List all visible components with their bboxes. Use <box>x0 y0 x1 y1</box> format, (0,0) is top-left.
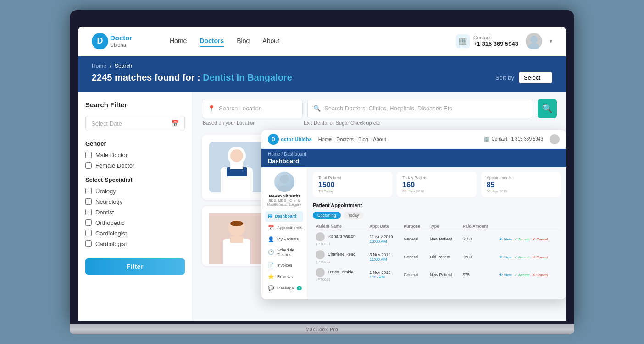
location-search[interactable]: 📍 Search Location <box>202 99 303 118</box>
col-actions <box>496 223 561 230</box>
user-avatar[interactable] <box>526 33 542 49</box>
female-checkbox[interactable] <box>85 162 92 169</box>
logo-text: Doctor <box>110 34 132 42</box>
stat-total-patient: Total Patient 1500 Till Today <box>313 172 392 197</box>
popup-menu-message[interactable]: 💬 Message 7 <box>265 283 303 294</box>
search-results-area: 📍 Search Location 🔍 Search Doctors, Clin… <box>193 92 566 321</box>
sort-select[interactable]: Select <box>519 72 552 83</box>
accept-btn-2[interactable]: ✓ Accept <box>514 255 529 259</box>
popup-nav-doctors[interactable]: Doctors <box>336 137 354 142</box>
main-search[interactable]: 🔍 Search Doctors, Clinics, Hospitals, Di… <box>307 99 533 118</box>
main-content: Search Filter Select Date 📅 Gender Male … <box>78 92 566 321</box>
popup-doc-quals: BDS, MDS - Oral & Maxillofacial Surgery <box>265 198 303 207</box>
popup-menu-invoices[interactable]: 📄 Invoices <box>265 260 303 271</box>
popup-nav-about[interactable]: About <box>373 137 386 142</box>
appointments-table: Patient Name Appt Date Purpose Type Paid… <box>313 223 561 284</box>
filter-button[interactable]: Filter <box>85 258 185 275</box>
reviews-menu-icon: ⭐ <box>268 274 274 280</box>
appointments-sub: 06, Apr 2019 <box>487 189 555 193</box>
patients-menu-label: My Patients <box>277 237 299 241</box>
nav-home[interactable]: Home <box>170 35 187 47</box>
invoices-menu-label: Invoices <box>277 263 292 268</box>
popup-menu-appointments[interactable]: 📅 Appointments <box>265 223 303 233</box>
accept-btn-1[interactable]: ✓ Accept <box>514 237 529 241</box>
navbar: D Doctor Ubidha Home Doctors Blog About <box>78 27 566 56</box>
date-placeholder: Select Date <box>91 120 122 127</box>
doctor-card-wrapper-1: Jeevan Shrestha MBBS, MS - General Surge… <box>202 135 557 200</box>
svg-point-9 <box>278 186 291 192</box>
view-btn-3[interactable]: 👁 View <box>499 273 511 277</box>
svg-point-1 <box>528 43 539 49</box>
cancel-btn-2[interactable]: ✕ Cancel <box>532 255 548 259</box>
cardiologist1-checkbox[interactable] <box>85 230 92 236</box>
popup-doc-name: Jeevan Shrestha <box>265 194 303 198</box>
nav-doctors[interactable]: Doctors <box>200 35 224 47</box>
col-purpose: Purpose <box>401 223 427 230</box>
specialist-neurology[interactable]: Neurology <box>85 198 185 205</box>
cardiologist1-label: Cardiologist <box>95 230 127 237</box>
today-tab[interactable]: Today <box>344 212 364 219</box>
search-sidebar: Search Filter Select Date 📅 Gender Male … <box>78 92 193 321</box>
specialist-orthopedic[interactable]: Orthopedic <box>85 219 185 226</box>
contact-icon: 🏢 <box>456 34 470 48</box>
amount-1: $150 <box>460 230 497 248</box>
appointments-value: 85 <box>487 181 555 189</box>
date-picker[interactable]: Select Date 📅 <box>85 116 185 131</box>
stats-row: Total Patient 1500 Till Today Today Pati… <box>313 172 561 197</box>
actions-1: 👁 View ✓ Accept ✕ Cancel <box>496 230 561 248</box>
popup-nav-home[interactable]: Home <box>318 137 332 142</box>
gender-female[interactable]: Female Doctor <box>85 162 185 169</box>
specialist-cardiologist-2[interactable]: Cardiologist <box>85 240 185 247</box>
popup-banner-title: Dashboard <box>268 158 560 164</box>
popup-logo-text: octor Ubidha <box>281 137 312 142</box>
accept-btn-3[interactable]: ✓ Accept <box>514 273 529 277</box>
dashboard-menu-icon: ⊞ <box>268 213 272 219</box>
orthopedic-checkbox[interactable] <box>85 219 92 226</box>
view-btn-1[interactable]: 👁 View <box>499 237 511 241</box>
table-row: Richard Wilson #PT0001 11 Nov 2019 10:00… <box>313 230 561 248</box>
search-btn-icon: 🔍 <box>542 104 552 114</box>
cardiologist2-checkbox[interactable] <box>85 240 92 247</box>
urology-checkbox[interactable] <box>85 188 92 194</box>
svg-point-13 <box>230 221 243 226</box>
specialist-label: Select Specialist <box>85 176 185 183</box>
popup-nav-blog[interactable]: Blog <box>358 137 368 142</box>
amount-2: $200 <box>460 248 497 266</box>
svg-point-6 <box>230 149 243 162</box>
popup-navbar: D octor Ubidha Home Doctors Blog About <box>261 130 566 149</box>
stat-appointments: Appointments 85 06, Apr 2019 <box>481 172 561 197</box>
contact-info: 🏢 Contact +1 315 369 5943 <box>456 34 518 48</box>
logo[interactable]: D Doctor Ubidha <box>92 33 151 49</box>
upcoming-tab[interactable]: Upcoming <box>313 212 341 219</box>
popup-banner: Home / Dashboard Dashboard <box>261 149 566 167</box>
popup-menu-schedule[interactable]: 🕐 Schedule Timings <box>265 246 303 259</box>
specialist-dentist[interactable]: Dentist <box>85 209 185 216</box>
cancel-btn-3[interactable]: ✕ Cancel <box>532 273 548 277</box>
nav-about[interactable]: About <box>262 35 279 47</box>
banner-title: 2245 matches found for : Dentist In Bang… <box>92 72 292 83</box>
popup-avatar[interactable] <box>550 134 560 144</box>
dashboard-menu-label: Dashboard <box>275 214 296 218</box>
gender-label: Gender <box>85 140 185 147</box>
nav-right: 🏢 Contact +1 315 369 5943 ▾ <box>456 33 552 49</box>
popup-menu-reviews[interactable]: ⭐ Reviews <box>265 272 303 282</box>
popup-menu-patients[interactable]: 👤 My Patients <box>265 234 303 245</box>
gender-male[interactable]: Male Doctor <box>85 152 185 158</box>
neurology-checkbox[interactable] <box>85 198 92 205</box>
view-btn-2[interactable]: 👁 View <box>499 255 511 259</box>
dentist-checkbox[interactable] <box>85 209 92 215</box>
popup-doctor-profile: Jeevan Shrestha BDS, MDS - Oral & Maxill… <box>265 172 303 207</box>
popup-menu-dashboard[interactable]: ⊞ Dashboard <box>265 211 303 222</box>
total-patient-label: Total Patient <box>318 175 387 180</box>
specialist-cardiologist-1[interactable]: Cardiologist <box>85 230 185 237</box>
nav-blog[interactable]: Blog <box>237 35 250 47</box>
search-button[interactable]: 🔍 <box>538 99 557 118</box>
male-checkbox[interactable] <box>85 152 92 158</box>
specialist-urology[interactable]: Urology <box>85 188 185 195</box>
svg-rect-14 <box>230 236 243 243</box>
col-type: Type <box>427 223 460 230</box>
laptop-base <box>70 324 574 334</box>
filter-tabs: Upcoming Today <box>313 212 561 219</box>
cancel-btn-1[interactable]: ✕ Cancel <box>532 237 548 241</box>
avatar-dropdown-icon[interactable]: ▾ <box>550 38 552 44</box>
